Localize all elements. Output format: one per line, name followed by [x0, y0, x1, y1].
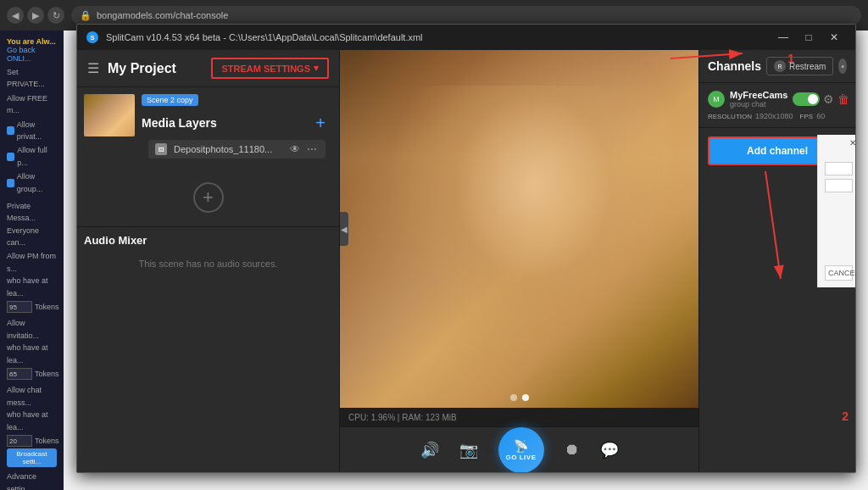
channels-title: Channels — [708, 59, 761, 73]
forward-button[interactable]: ▶ — [27, 7, 44, 24]
video-dot-2[interactable] — [522, 394, 529, 401]
bg-go-back[interactable]: Go back ONLI... — [7, 46, 57, 63]
channel-settings-button[interactable]: ⚙ — [823, 92, 834, 106]
bg-you-are: You are Alw... — [7, 37, 57, 46]
top-bar: ☰ My Project STREAM SETTINGS ▾ — [77, 50, 339, 87]
window-title: SplitCam v10.4.53 x64 beta - C:\Users\1\… — [106, 32, 764, 42]
record-button[interactable]: ⏺ — [565, 441, 580, 459]
layer-actions: 👁 ⋯ — [288, 143, 319, 155]
annotation-1: 1 — [787, 52, 794, 65]
restream-icon: R — [774, 60, 786, 72]
annotation-2: 2 — [842, 409, 849, 423]
bottom-controls: 🔊 📷 📡 GO LIVE ⏺ 💬 — [340, 426, 698, 472]
drawer-close-button[interactable]: ✕ — [849, 138, 855, 148]
go-live-button[interactable]: 📡 GO LIVE — [498, 427, 544, 473]
layer-more-button[interactable]: ⋯ — [305, 143, 319, 155]
splitcam-logo: S — [86, 31, 99, 44]
maximize-button[interactable]: □ — [796, 25, 821, 50]
volume-icon: 🔊 — [420, 442, 439, 459]
bg-sidebar: You are Alw... Go back ONLI... Set PRIVA… — [0, 31, 64, 490]
stream-settings-button[interactable]: STREAM SETTINGS ▾ — [211, 58, 329, 79]
collapse-handle[interactable]: ◀ — [340, 212, 348, 246]
audio-mixer-section: Audio Mixer This scene has no audio sour… — [77, 226, 339, 282]
layer-name: Depositphotos_11180... — [174, 144, 281, 154]
channel-info: MyFreeCams group chat — [730, 90, 787, 109]
status-bar: CPU: 1.96% | RAM: 123 MiB — [340, 408, 698, 426]
video-content — [340, 50, 698, 408]
layer-item[interactable]: 🖼 Depositphotos_11180... 👁 ⋯ — [148, 140, 326, 159]
svg-text:R: R — [777, 64, 782, 70]
stream-settings-label: STREAM SETTINGS — [221, 64, 310, 74]
minimize-button[interactable]: — — [771, 25, 796, 50]
scene-thumbnail[interactable] — [84, 94, 135, 136]
video-preview: ◀ — [340, 50, 698, 408]
channel-logo: M — [708, 91, 725, 108]
camera-button[interactable]: 📷 — [459, 441, 478, 459]
fps-value: 60 — [816, 112, 825, 120]
go-live-icon: 📡 — [514, 439, 528, 453]
resolution-value: 1920x1080 — [755, 112, 793, 120]
channels-more-button[interactable]: • — [838, 58, 847, 74]
drawer-cancel-button[interactable]: CANCEL — [825, 265, 853, 281]
bg-input-20[interactable] — [7, 435, 32, 447]
channel-logo-text: M — [713, 95, 720, 103]
address-text: bongamodels.com/chat-console — [97, 10, 228, 20]
channel-name: MyFreeCams — [730, 90, 787, 100]
splitcam-window: S SplitCam v10.4.53 x64 beta - C:\Users\… — [76, 24, 856, 473]
left-panel: ☰ My Project STREAM SETTINGS ▾ — [77, 50, 340, 472]
svg-text:🖼: 🖼 — [159, 147, 164, 153]
lock-icon: 🔒 — [80, 10, 92, 21]
project-title: My Project — [108, 61, 203, 76]
bg-allow-free: Allow FREE m... — [7, 92, 57, 117]
chat-icon: 💬 — [600, 442, 619, 459]
volume-button[interactable]: 🔊 — [420, 441, 439, 459]
record-icon: ⏺ — [565, 441, 580, 458]
hamburger-icon[interactable]: ☰ — [87, 60, 99, 76]
go-live-label: GO LIVE — [506, 454, 537, 461]
restream-label: Restream — [789, 62, 826, 71]
audio-mixer-title: Audio Mixer — [84, 234, 332, 247]
side-drawer: ✕ CANCEL — [817, 135, 855, 287]
bg-broadcast-btn[interactable]: Broadcast setti... — [7, 448, 57, 467]
back-button[interactable]: ◀ — [7, 7, 24, 24]
video-dots — [510, 394, 529, 401]
close-button[interactable]: ✕ — [821, 25, 847, 50]
drawer-input-1[interactable] — [825, 162, 853, 175]
scene-copy-badge: Scene 2 copy — [142, 94, 198, 106]
channel-sub: group chat — [730, 100, 787, 109]
bg-set-private: Set PRIVATE... — [7, 66, 57, 91]
stream-settings-arrow-icon: ▾ — [314, 63, 319, 74]
drawer-input-2[interactable] — [825, 179, 853, 192]
media-layers-header: Media Layers + — [142, 109, 332, 136]
scene-panel: Scene 2 copy Media Layers + — [77, 87, 339, 472]
channel-top: M MyFreeCams group chat ⚙ 🗑 — [708, 90, 847, 109]
center-area: ◀ CPU: 1.96% | RAM: 123 MiB 🔊 📷 — [340, 50, 698, 472]
add-scene-button[interactable]: + — [193, 182, 224, 213]
right-panel: 1 Channels R Restream • — [698, 50, 855, 472]
channels-header: Channels R Restream • — [699, 50, 855, 83]
layer-eye-button[interactable]: 👁 — [288, 143, 302, 155]
fps-label: FPS — [800, 113, 814, 120]
window-controls: — □ ✕ — [771, 25, 847, 50]
add-media-layer-button[interactable]: + — [315, 114, 326, 131]
channel-delete-button[interactable]: 🗑 — [837, 92, 849, 106]
channel-toggle-button[interactable] — [793, 92, 820, 106]
refresh-button[interactable]: ↻ — [47, 7, 64, 24]
chat-button[interactable]: 💬 — [600, 441, 619, 459]
layer-icon: 🖼 — [155, 143, 167, 155]
audio-mixer-empty-text: This scene has no audio sources. — [84, 252, 332, 276]
toggle-knob — [808, 94, 818, 104]
channel-item: M MyFreeCams group chat ⚙ 🗑 — [699, 83, 855, 128]
video-dot-1[interactable] — [510, 394, 517, 401]
title-bar: S SplitCam v10.4.53 x64 beta - C:\Users\… — [77, 25, 855, 50]
address-bar[interactable]: 🔒 bongamodels.com/chat-console — [71, 6, 861, 25]
bg-input-65[interactable] — [7, 368, 32, 380]
app-body: ☰ My Project STREAM SETTINGS ▾ — [77, 50, 855, 472]
camera-icon: 📷 — [459, 442, 478, 459]
bg-checkbox3 — [7, 179, 14, 187]
bg-checkbox2 — [7, 153, 14, 161]
restream-button[interactable]: R Restream — [766, 57, 833, 75]
bg-input-95[interactable] — [7, 301, 32, 313]
media-layers-title: Media Layers — [142, 116, 310, 130]
add-scene-area: + — [77, 169, 339, 226]
